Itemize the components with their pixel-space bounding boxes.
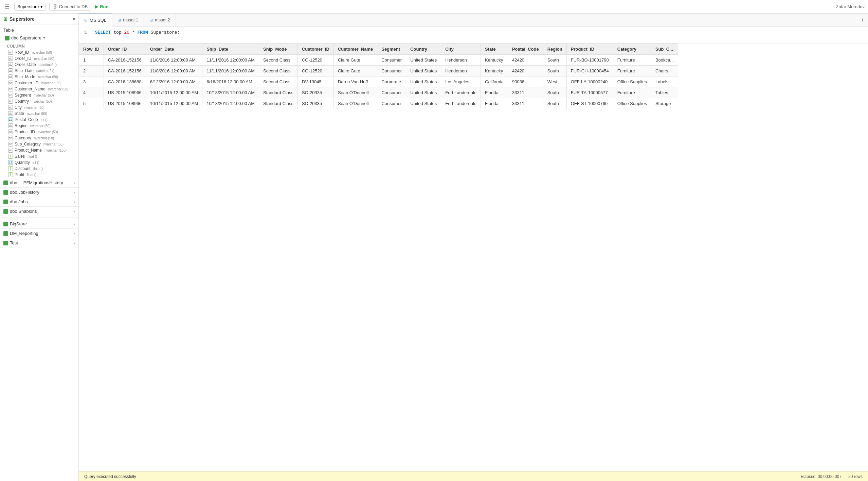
toolbar: ☰ Superstore ▾ 🗄 Connect to DB ▶ Run Zuf… xyxy=(0,0,868,14)
user-name: Zufar Murodov xyxy=(836,4,865,9)
col-type: nvarchar (50) xyxy=(38,75,58,79)
column-postal-code[interactable]: 12 Postal_Code int () xyxy=(3,117,78,123)
sidebar-item-test[interactable]: Test › xyxy=(0,238,78,247)
col-name: Sales xyxy=(15,154,25,159)
run-button[interactable]: ▶ Run xyxy=(95,4,108,9)
add-tab-button[interactable]: + xyxy=(857,14,868,26)
sidebar-item-jobhistory[interactable]: dbo.JobHistory › xyxy=(0,187,78,197)
column-discount[interactable]: f Discount float () xyxy=(3,166,78,172)
chevron-right-icon: › xyxy=(74,240,75,245)
sidebar-item-dm-reporting[interactable]: DM_Reporting › xyxy=(0,228,78,238)
th-country: Country xyxy=(406,44,441,55)
table-cell: US-2015-108966 xyxy=(104,98,146,109)
column-order-date[interactable]: ab Order_Date datetime2 () xyxy=(3,62,78,68)
tab-label: MS SQL xyxy=(90,18,106,23)
sql-text: Superstore; xyxy=(151,30,180,35)
row-count: 20 rows xyxy=(848,474,863,479)
table-cell: 11/8/2016 12:00:00 AM xyxy=(146,66,202,76)
table-icon xyxy=(3,190,8,195)
table-icon xyxy=(3,241,8,245)
run-label: Run xyxy=(100,4,108,9)
col-type: datetime2 () xyxy=(36,69,54,73)
tab-ms-sql[interactable]: ⊞ MS SQL xyxy=(79,14,112,27)
chevron-right-icon: › xyxy=(74,209,75,214)
col-type: nvarchar (50) xyxy=(34,57,54,61)
column-row-id[interactable]: ab Row_ID nvarchar (50) xyxy=(3,49,78,55)
col-type-icon: ab xyxy=(8,123,13,128)
col-type-icon: f xyxy=(8,154,13,159)
table-cell: 42420 xyxy=(508,55,543,66)
table-row: 1CA-2016-15215611/8/2016 12:00:00 AM11/1… xyxy=(79,55,678,66)
sql-number: 20 xyxy=(124,30,129,35)
col-type: datetime2 () xyxy=(39,63,57,67)
sql-editor[interactable]: 1 SELECT top 20 * FROM Superstore; xyxy=(79,27,868,44)
column-ship-mode[interactable]: ab Ship_Mode nvarchar (50) xyxy=(3,74,78,80)
sidebar-item-jobs[interactable]: dbo.Jobs › xyxy=(0,197,78,206)
col-type-icon: ab xyxy=(8,136,13,140)
table-cell: United States xyxy=(406,66,441,76)
column-customer-name[interactable]: ab Customer_Name nvarchar (50) xyxy=(3,86,78,92)
column-city[interactable]: ab City nvarchar (50) xyxy=(3,104,78,110)
column-sales[interactable]: f Sales float () xyxy=(3,153,78,159)
col-type-icon: ab xyxy=(8,148,13,153)
db-name: dbo.JobHistory xyxy=(10,190,39,195)
sidebar-item-efmigrations[interactable]: dbo.__EFMigrationsHistory › xyxy=(0,178,78,187)
col-type-icon: ab xyxy=(8,142,13,147)
column-customer-id[interactable]: ab Customer_ID nvarchar (50) xyxy=(3,80,78,86)
connect-db-button[interactable]: 🗄 Connect to DB xyxy=(49,3,92,11)
table-cell: 10/11/2015 12:00:00 AM xyxy=(146,98,202,109)
table-cell: 90036 xyxy=(508,76,543,87)
column-country[interactable]: ab Country nvarchar (50) xyxy=(3,98,78,104)
col-name: Order_ID xyxy=(15,56,31,61)
column-sub-category[interactable]: ab Sub_Category nvarchar (50) xyxy=(3,141,78,147)
table-cell: CA-2016-152156 xyxy=(104,55,146,66)
table-cell: Consumer xyxy=(377,98,406,109)
column-product-name[interactable]: ab Product_Name nvarchar (150) xyxy=(3,147,78,153)
table-cell: OFF-LA-10000240 xyxy=(566,76,613,87)
col-name: Quantity xyxy=(15,160,30,165)
th-category: Category xyxy=(613,44,651,55)
table-cell: Second Class xyxy=(259,76,298,87)
table-cell: FUR-TA-10000577 xyxy=(566,87,613,98)
column-order-id[interactable]: ab Order_ID nvarchar (50) xyxy=(3,55,78,62)
col-type-icon: ab xyxy=(8,130,13,134)
column-quantity[interactable]: 12 Quantity int () xyxy=(3,159,78,166)
sidebar-item-bigstore[interactable]: BigStore › xyxy=(0,219,78,228)
col-type: float () xyxy=(33,167,43,171)
sidebar-item-shablons[interactable]: dbo.Shablons › xyxy=(0,206,78,216)
column-region[interactable]: ab Region nvarchar (50) xyxy=(3,123,78,129)
col-name: Ship_Date xyxy=(15,68,34,73)
column-profit[interactable]: f Profit float () xyxy=(3,172,78,178)
column-segment[interactable]: ab Segment nvarchar (50) xyxy=(3,92,78,98)
col-type-icon: ab xyxy=(8,74,13,79)
table-cell: 10/18/2015 12:00:00 AM xyxy=(202,87,259,98)
database-dropdown[interactable]: Superstore ▾ xyxy=(14,3,46,11)
table-row: 2CA-2016-15215611/8/2016 12:00:00 AM11/1… xyxy=(79,66,678,76)
col-name: Region xyxy=(15,123,28,128)
table-cell: Consumer xyxy=(377,66,406,76)
table-cell: Claire Gute xyxy=(333,55,377,66)
table-cell: Los Angeles xyxy=(441,76,481,87)
col-type: int () xyxy=(33,161,39,165)
col-name: Postal_Code xyxy=(15,117,38,122)
sidebar-item-superstore[interactable]: dbo.Superstore ▾ xyxy=(0,34,78,42)
table-row: 5US-2015-10896610/11/2015 12:00:00 AM10/… xyxy=(79,98,678,109)
table-cell: CA-2016-152156 xyxy=(104,66,146,76)
col-type: nvarchar (150) xyxy=(44,149,67,152)
menu-button[interactable]: ☰ xyxy=(3,2,11,11)
column-category[interactable]: ab Category nvarchar (50) xyxy=(3,135,78,141)
col-name: Discount xyxy=(15,166,31,171)
column-product-id[interactable]: ab Product_ID nvarchar (50) xyxy=(3,129,78,135)
table-cell: Bookca... xyxy=(651,55,678,66)
table-cell: CG-12520 xyxy=(297,66,333,76)
tab-mssql-1[interactable]: ⊞ mssql.1 xyxy=(112,14,144,26)
tab-mssql-2[interactable]: ⊞ mssql.2 xyxy=(144,14,176,26)
col-type: nvarchar (50) xyxy=(32,51,52,54)
tab-label: mssql.2 xyxy=(155,17,170,22)
sidebar-collapse-icon[interactable]: ▾ xyxy=(73,16,75,22)
column-state[interactable]: ab State nvarchar (50) xyxy=(3,110,78,117)
main-layout: ⊞ Superstore ▾ Table dbo.Superstore ▾ Co… xyxy=(0,14,868,481)
column-ship-date[interactable]: ab Ship_Date datetime2 () xyxy=(3,68,78,74)
sidebar: ⊞ Superstore ▾ Table dbo.Superstore ▾ Co… xyxy=(0,14,79,481)
results-area[interactable]: Row_ID Order_ID Order_Date Ship_Date Shi… xyxy=(79,44,868,471)
